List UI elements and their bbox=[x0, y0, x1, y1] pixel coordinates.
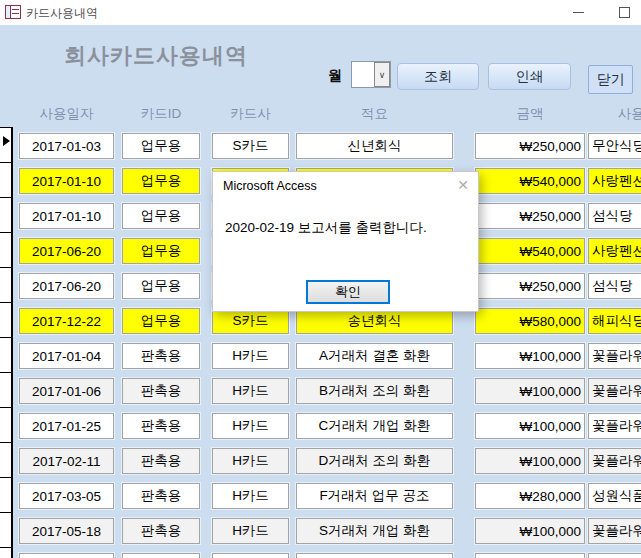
cell-amount[interactable]: ₩100,000 bbox=[475, 378, 585, 404]
cell-date[interactable]: 2017-01-04 bbox=[19, 343, 114, 369]
cell-vendor[interactable]: 사랑펜션 bbox=[588, 168, 641, 194]
maximize-icon bbox=[619, 7, 630, 18]
cell-vendor[interactable]: 꽃플라워 bbox=[588, 448, 641, 474]
table-row: 2017-01-06판촉용H카드B거래처 조의 화환₩100,000꽃플라워 bbox=[0, 378, 641, 404]
cell-card_id[interactable]: 판촉용 bbox=[122, 448, 200, 474]
query-button[interactable]: 조회 bbox=[397, 63, 479, 90]
table-row: 2017-01-03비품용N카드비품구매₩45,000알파문구 bbox=[0, 553, 641, 558]
cell-card_co[interactable]: S카드 bbox=[212, 133, 289, 159]
cell-date[interactable]: 2017-02-11 bbox=[19, 448, 114, 474]
cell-vendor[interactable]: 섬식당 bbox=[588, 273, 641, 299]
cell-vendor[interactable]: 성원식품 bbox=[588, 483, 641, 509]
cell-desc[interactable]: S거래처 개업 화환 bbox=[296, 518, 453, 544]
cell-card_id[interactable]: 판촉용 bbox=[122, 378, 200, 404]
chevron-down-icon[interactable]: ∨ bbox=[374, 62, 390, 87]
cell-date[interactable]: 2017-05-18 bbox=[19, 518, 114, 544]
message-dialog: Microsoft Access ✕ 2020-02-19 보고서를 출력합니다… bbox=[212, 171, 479, 312]
dialog-close-icon[interactable]: ✕ bbox=[457, 177, 469, 193]
ok-button[interactable]: 확인 bbox=[306, 280, 390, 304]
cell-date[interactable]: 2017-01-25 bbox=[19, 413, 114, 439]
table-row: 2017-02-11판촉용H카드D거래처 조의 화환₩100,000꽃플라워 bbox=[0, 448, 641, 474]
month-combobox-value[interactable] bbox=[352, 62, 374, 87]
cell-card_id[interactable]: 업무용 bbox=[122, 238, 200, 264]
cell-vendor[interactable]: 꽃플라워 bbox=[588, 518, 641, 544]
print-button[interactable]: 인쇄 bbox=[488, 63, 571, 90]
minimize-icon bbox=[573, 12, 584, 13]
column-header-3: 적요 bbox=[296, 105, 453, 123]
cell-date[interactable]: 2017-01-10 bbox=[19, 168, 114, 194]
cell-card_co[interactable]: H카드 bbox=[212, 343, 289, 369]
cell-card_id[interactable]: 업무용 bbox=[122, 168, 200, 194]
close-form-button[interactable]: 닫기 bbox=[588, 65, 633, 94]
window-titlebar: 카드사용내역 bbox=[0, 0, 641, 25]
cell-card_id[interactable]: 업무용 bbox=[122, 133, 200, 159]
month-label: 월 bbox=[328, 67, 342, 85]
window-title: 카드사용내역 bbox=[26, 5, 98, 22]
cell-date[interactable]: 2017-06-20 bbox=[19, 238, 114, 264]
form-title: 회사카드사용내역 bbox=[64, 41, 248, 71]
table-row: 2017-05-18판촉용H카드S거래처 개업 화환₩100,000꽃플라워 bbox=[0, 518, 641, 544]
cell-desc[interactable]: F거래처 업무 공조 bbox=[296, 483, 453, 509]
cell-date[interactable]: 2017-06-20 bbox=[19, 273, 114, 299]
cell-desc[interactable]: A거래처 결혼 화환 bbox=[296, 343, 453, 369]
cell-desc[interactable]: 비품구매 bbox=[296, 553, 453, 558]
cell-card_co[interactable]: N카드 bbox=[212, 553, 289, 558]
cell-amount[interactable]: ₩100,000 bbox=[475, 518, 585, 544]
cell-amount[interactable]: ₩540,000 bbox=[475, 168, 585, 194]
cell-amount[interactable]: ₩45,000 bbox=[475, 553, 585, 558]
cell-date[interactable]: 2017-03-05 bbox=[19, 483, 114, 509]
dialog-title: Microsoft Access bbox=[223, 179, 317, 193]
cell-date[interactable]: 2017-01-03 bbox=[19, 133, 114, 159]
cell-date[interactable]: 2017-01-06 bbox=[19, 378, 114, 404]
cell-card_id[interactable]: 판촉용 bbox=[122, 343, 200, 369]
cell-desc[interactable]: 신년회식 bbox=[296, 133, 453, 159]
cell-date[interactable]: 2017-01-10 bbox=[19, 203, 114, 229]
cell-vendor[interactable]: 무안식당 bbox=[588, 133, 641, 159]
cell-card_id[interactable]: 판촉용 bbox=[122, 518, 200, 544]
cell-card_id[interactable]: 업무용 bbox=[122, 203, 200, 229]
access-window: 카드사용내역 회사카드사용내역 월 ∨ 조회 인쇄 닫기 사용일자카드ID카드사… bbox=[0, 0, 641, 558]
cell-desc[interactable]: B거래처 조의 화환 bbox=[296, 378, 453, 404]
cell-desc[interactable]: D거래처 조의 화환 bbox=[296, 448, 453, 474]
cell-amount[interactable]: ₩100,000 bbox=[475, 343, 585, 369]
cell-vendor[interactable]: 꽃플라워 bbox=[588, 378, 641, 404]
month-combobox[interactable]: ∨ bbox=[351, 61, 391, 88]
cell-card_co[interactable]: H카드 bbox=[212, 448, 289, 474]
cell-vendor[interactable]: 알파문구 bbox=[588, 553, 641, 558]
cell-vendor[interactable]: 사랑펜션 bbox=[588, 238, 641, 264]
access-form-icon bbox=[5, 5, 21, 19]
cell-card_id[interactable]: 비품용 bbox=[122, 553, 200, 558]
cell-date[interactable]: 2017-12-22 bbox=[19, 308, 114, 334]
cell-card_co[interactable]: H카드 bbox=[212, 483, 289, 509]
cell-amount[interactable]: ₩250,000 bbox=[475, 203, 585, 229]
maximize-button[interactable] bbox=[609, 0, 639, 25]
cell-date[interactable]: 2017-01-03 bbox=[19, 553, 114, 558]
cell-card_co[interactable]: H카드 bbox=[212, 518, 289, 544]
cell-vendor[interactable]: 꽃플라워 bbox=[588, 413, 641, 439]
cell-card_co[interactable]: H카드 bbox=[212, 378, 289, 404]
cell-amount[interactable]: ₩250,000 bbox=[475, 133, 585, 159]
column-header-2: 카드사 bbox=[212, 105, 289, 123]
cell-vendor[interactable]: 해피식당 bbox=[588, 308, 641, 334]
minimize-button[interactable] bbox=[563, 0, 593, 25]
cell-amount[interactable]: ₩100,000 bbox=[475, 413, 585, 439]
cell-desc[interactable]: C거래처 개업 화환 bbox=[296, 413, 453, 439]
cell-card_co[interactable]: H카드 bbox=[212, 413, 289, 439]
cell-amount[interactable]: ₩540,000 bbox=[475, 238, 585, 264]
dialog-message: 2020-02-19 보고서를 출력합니다. bbox=[225, 219, 427, 237]
cell-amount[interactable]: ₩280,000 bbox=[475, 483, 585, 509]
cell-card_id[interactable]: 업무용 bbox=[122, 308, 200, 334]
cell-card_id[interactable]: 업무용 bbox=[122, 273, 200, 299]
column-header-0: 사용일자 bbox=[19, 105, 114, 123]
cell-vendor[interactable]: 꽃플라워 bbox=[588, 343, 641, 369]
cell-amount[interactable]: ₩580,000 bbox=[475, 308, 585, 334]
cell-amount[interactable]: ₩100,000 bbox=[475, 448, 585, 474]
cell-card_id[interactable]: 판촉용 bbox=[122, 413, 200, 439]
cell-amount[interactable]: ₩250,000 bbox=[475, 273, 585, 299]
column-header-1: 카드ID bbox=[122, 105, 200, 123]
cell-vendor[interactable]: 섬식당 bbox=[588, 203, 641, 229]
column-header-4: 금액 bbox=[475, 105, 585, 123]
form-body: 회사카드사용내역 월 ∨ 조회 인쇄 닫기 사용일자카드ID카드사적요금액사용처… bbox=[0, 25, 641, 558]
column-header-5: 사용처 bbox=[588, 105, 641, 123]
cell-card_id[interactable]: 판촉용 bbox=[122, 483, 200, 509]
